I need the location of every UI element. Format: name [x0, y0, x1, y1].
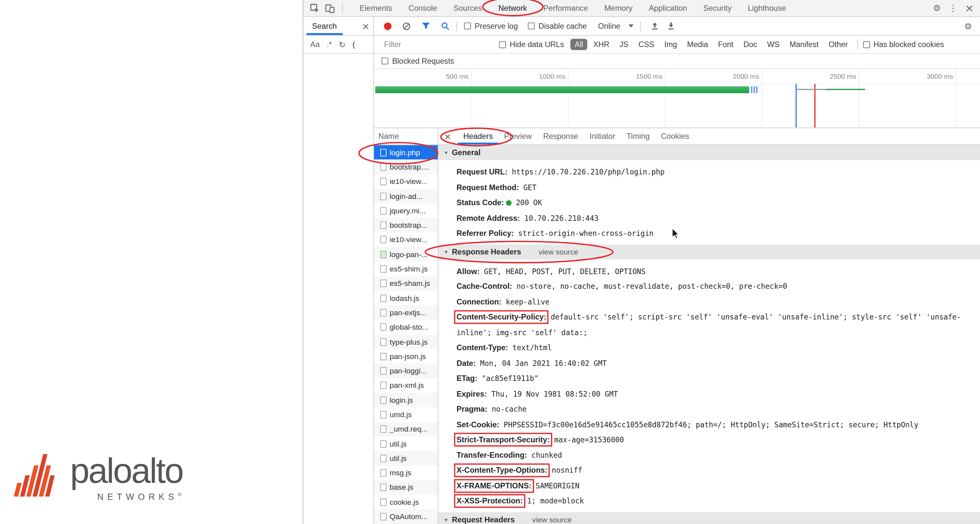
filter-pill-ws[interactable]: WS	[763, 39, 784, 50]
request-row[interactable]: util.js	[374, 436, 438, 451]
tab-timing[interactable]: Timing	[621, 128, 655, 144]
checkbox[interactable]	[499, 41, 506, 48]
device-toolbar-icon[interactable]	[322, 1, 337, 16]
tab-application[interactable]: Application	[641, 0, 695, 16]
request-row[interactable]: QaAutom...	[374, 509, 438, 524]
request-row[interactable]: msg.js	[374, 465, 438, 480]
request-row[interactable]: ie10-view...	[374, 233, 438, 247]
gridline	[568, 69, 568, 128]
checkbox[interactable]	[382, 57, 388, 64]
search-drawer-header: Search ×	[304, 17, 373, 36]
match-case-button[interactable]: Aa	[310, 40, 320, 49]
filter-pill-doc[interactable]: Doc	[739, 39, 762, 50]
load-event-line	[815, 84, 816, 128]
tab-network[interactable]: Network	[490, 0, 535, 16]
header-row: Set-Cookie:PHPSESSID=f3c00e16d5e91465cc1…	[438, 417, 980, 432]
view-source-link[interactable]: view source	[532, 515, 572, 524]
request-row[interactable]: lodash.js	[374, 291, 438, 306]
network-settings-gear-icon[interactable]: ⚙	[960, 21, 977, 31]
close-detail-icon[interactable]: ×	[444, 131, 451, 142]
record-button[interactable]	[384, 22, 392, 30]
close-devtools-icon[interactable]: ×	[961, 2, 978, 14]
tab-cookies[interactable]: Cookies	[655, 128, 695, 144]
request-row[interactable]: ie10-view...	[374, 174, 438, 189]
header-value: GET, HEAD, POST, PUT, DELETE, OPTIONS	[484, 267, 646, 276]
tab-sources[interactable]: Sources	[445, 0, 490, 16]
gridline	[859, 69, 859, 128]
filter-input[interactable]	[384, 40, 489, 49]
filter-pill-other[interactable]: Other	[824, 39, 852, 50]
refresh-icon[interactable]: ↻	[339, 40, 345, 49]
tab-initiator[interactable]: Initiator	[584, 128, 621, 144]
throttling-select[interactable]: Online	[598, 22, 633, 30]
request-row[interactable]: cookie.js	[374, 495, 438, 510]
has-blocked-cookies-checkbox[interactable]: Has blocked cookies	[863, 40, 944, 49]
request-row[interactable]: login-ad...	[374, 189, 438, 204]
close-search-icon[interactable]: ×	[362, 21, 369, 32]
response-headers-section-header[interactable]: ▾ Response Headers view source	[438, 244, 980, 260]
tab-preview[interactable]: Preview	[498, 128, 538, 144]
blocked-requests-checkbox[interactable]: Blocked Requests	[382, 57, 454, 65]
filter-pill-img[interactable]: Img	[660, 39, 681, 50]
request-row[interactable]: pan-xml.js	[374, 378, 438, 393]
tab-response[interactable]: Response	[538, 128, 584, 144]
clear-icon[interactable]	[402, 22, 411, 30]
request-row[interactable]: bootstrap....	[374, 160, 438, 174]
request-row-selected[interactable]: login.php	[374, 145, 438, 160]
request-row[interactable]: _umd.req...	[374, 422, 438, 437]
request-headers-section-header[interactable]: ▾ Request Headers view source	[438, 512, 980, 524]
inspect-element-icon[interactable]	[307, 1, 322, 16]
request-row[interactable]: type-plus.js	[374, 334, 438, 349]
request-row[interactable]: es5-shim.js	[374, 262, 438, 276]
request-row[interactable]: pan-json.js	[374, 349, 438, 364]
request-row[interactable]: pan-extjs...	[374, 306, 438, 320]
request-row[interactable]: jquery.mi...	[374, 204, 438, 218]
export-har-icon[interactable]	[667, 22, 676, 30]
checkbox[interactable]	[464, 22, 471, 29]
request-row[interactable]: util.js	[374, 451, 438, 466]
request-row[interactable]: base.js	[374, 480, 438, 495]
import-har-icon[interactable]	[651, 22, 659, 30]
tab-headers[interactable]: Headers	[458, 128, 498, 144]
tab-memory[interactable]: Memory	[596, 0, 641, 16]
requests-list: login.php bootstrap.... ie10-view... log…	[374, 145, 438, 524]
request-row[interactable]: es5-sham.js	[374, 276, 438, 291]
filter-funnel-icon[interactable]	[422, 22, 430, 30]
tab-security[interactable]: Security	[695, 0, 740, 16]
header-name-highlighted: Strict-Transport-Security:	[457, 435, 550, 444]
file-icon	[380, 440, 387, 448]
checkbox[interactable]	[528, 22, 535, 29]
preserve-log-checkbox[interactable]: Preserve log	[464, 22, 518, 30]
name-column-header[interactable]: Name	[374, 128, 438, 145]
view-source-link[interactable]: view source	[539, 247, 578, 256]
overview-dash	[751, 86, 752, 93]
settings-gear-icon[interactable]: ⚙	[929, 3, 945, 13]
filter-pill-font[interactable]: Font	[714, 39, 738, 50]
tab-lighthouse[interactable]: Lighthouse	[740, 0, 794, 16]
tab-elements[interactable]: Elements	[352, 0, 401, 16]
filter-pill-all[interactable]: All	[570, 39, 588, 50]
tab-performance[interactable]: Performance	[535, 0, 596, 16]
request-row[interactable]: logo-pan-...	[374, 247, 438, 262]
timeline-overview[interactable]: 500 ms 1000 ms 1500 ms 2000 ms 2500 ms 3…	[374, 69, 980, 128]
filter-pill-media[interactable]: Media	[683, 39, 713, 50]
request-row[interactable]: pan-loggi...	[374, 363, 438, 378]
tab-console[interactable]: Console	[400, 0, 445, 16]
gridline	[956, 69, 956, 128]
filter-pill-css[interactable]: CSS	[634, 39, 659, 50]
search-drawer-tab[interactable]: Search	[312, 22, 337, 30]
regex-button[interactable]: .*	[327, 40, 332, 49]
hide-data-urls-checkbox[interactable]: Hide data URLs	[499, 40, 564, 49]
request-row[interactable]: global-sto...	[374, 320, 438, 334]
request-row[interactable]: umd.js	[374, 408, 438, 422]
general-section-header[interactable]: ▾ General	[438, 145, 980, 160]
search-icon[interactable]	[441, 22, 450, 30]
disable-cache-checkbox[interactable]: Disable cache	[528, 22, 587, 30]
request-row[interactable]: bootstrap...	[374, 218, 438, 233]
filter-pill-xhr[interactable]: XHR	[589, 39, 614, 50]
filter-pill-manifest[interactable]: Manifest	[785, 39, 823, 50]
checkbox[interactable]	[863, 41, 870, 48]
request-row[interactable]: login.js	[374, 393, 438, 408]
kebab-menu-icon[interactable]: ⋮	[945, 3, 961, 13]
filter-pill-js[interactable]: JS	[615, 39, 633, 50]
